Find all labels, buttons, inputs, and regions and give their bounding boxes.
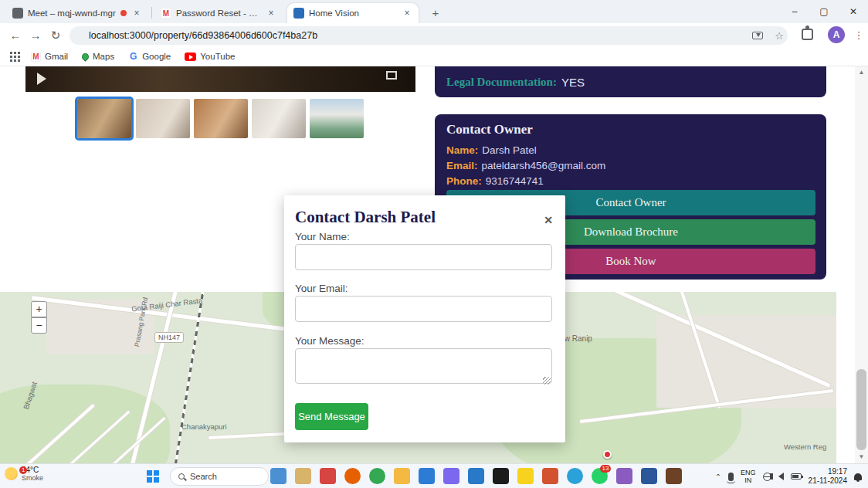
- your-message-label: Your Message:: [295, 335, 364, 347]
- bookmarks-bar: M Gmail Maps G Google YouTube: [0, 47, 868, 66]
- name-value: Darsh Patel: [482, 144, 537, 156]
- firefox-icon[interactable]: [344, 468, 361, 484]
- powerpoint-icon[interactable]: [542, 468, 558, 484]
- bookmark-google[interactable]: G Google: [128, 52, 171, 62]
- profile-avatar[interactable]: A: [828, 26, 845, 43]
- clock-time: 19:17: [809, 467, 847, 476]
- red-app-icon[interactable]: [320, 468, 336, 484]
- tab-home-vision[interactable]: Home Vision ×: [287, 3, 419, 23]
- purple-app-icon[interactable]: [443, 468, 459, 484]
- install-app-icon[interactable]: [752, 32, 763, 39]
- bookmark-star-icon[interactable]: ☆: [771, 30, 788, 42]
- battery-icon[interactable]: [791, 473, 802, 480]
- start-button[interactable]: [147, 470, 159, 483]
- outlook-icon[interactable]: [468, 468, 484, 484]
- tab-title: Password Reset - aeshabhavsar: [176, 8, 261, 18]
- gallery-thumbnail-5[interactable]: [310, 99, 364, 138]
- gallery-thumbnail-4[interactable]: [252, 99, 306, 138]
- scroll-up-icon[interactable]: ▲: [855, 66, 868, 79]
- legal-label: Legal Documentation:: [446, 76, 557, 89]
- send-message-button[interactable]: Send Message: [295, 403, 368, 430]
- new-tab-button[interactable]: +: [428, 5, 443, 21]
- language-indicator[interactable]: ENG IN: [741, 469, 756, 484]
- browser-menu-icon[interactable]: ⋮: [853, 26, 865, 45]
- whatsapp-icon[interactable]: 13: [592, 468, 608, 484]
- scroll-down-icon[interactable]: ▼: [855, 451, 868, 463]
- tab-password-reset[interactable]: M Password Reset - aeshabhavsar ×: [154, 3, 283, 23]
- tab-close-icon[interactable]: ×: [131, 8, 142, 19]
- gallery-thumbnail-1[interactable]: [77, 99, 131, 138]
- extensions-icon[interactable]: [802, 29, 813, 40]
- file-explorer-icon[interactable]: [295, 468, 311, 484]
- your-name-input[interactable]: [295, 244, 552, 270]
- map-marker[interactable]: [603, 450, 612, 459]
- tray-expand-icon[interactable]: ⌃: [715, 473, 721, 481]
- url-text[interactable]: localhost:3000/property/66d93864006d600c…: [89, 30, 752, 41]
- bookmark-label: Maps: [93, 52, 114, 61]
- tab-close-icon[interactable]: ×: [266, 8, 276, 19]
- drop-app-icon[interactable]: [666, 468, 682, 484]
- scrollbar-thumb[interactable]: [856, 369, 866, 450]
- property-hero-image[interactable]: [25, 66, 415, 92]
- map-zoom-out-button[interactable]: −: [31, 317, 47, 334]
- email-label: Email:: [446, 160, 478, 171]
- tab-close-icon[interactable]: ×: [402, 8, 412, 19]
- taskbar-clock[interactable]: 19:17 21-11-2024: [809, 467, 847, 486]
- your-email-label: Your Email:: [295, 283, 348, 294]
- forward-button[interactable]: →: [26, 26, 45, 45]
- weather-icon: 1: [5, 467, 18, 480]
- gallery-thumbnail-3[interactable]: [194, 99, 248, 138]
- apps-grid-icon[interactable]: [9, 51, 20, 62]
- notification-bell-icon[interactable]: [854, 473, 862, 480]
- region-code: IN: [741, 476, 756, 484]
- contact-modal: Contact Darsh Patel ✕ Your Name: Your Em…: [284, 195, 565, 442]
- volume-icon[interactable]: [778, 473, 784, 480]
- word-icon[interactable]: [641, 468, 657, 484]
- task-view-icon[interactable]: [270, 468, 287, 484]
- folder-icon[interactable]: [394, 468, 410, 484]
- your-email-input[interactable]: [295, 296, 552, 322]
- textarea-resize-grip[interactable]: [543, 377, 551, 385]
- microphone-icon[interactable]: [728, 473, 734, 481]
- chrome-icon[interactable]: [369, 468, 385, 484]
- gallery-thumbnail-2[interactable]: [136, 99, 190, 138]
- vscode-icon[interactable]: [419, 468, 435, 484]
- bookmark-label: Gmail: [45, 52, 68, 61]
- modal-title: Contact Darsh Patel: [295, 208, 436, 227]
- modal-close-icon[interactable]: ✕: [544, 214, 553, 226]
- clock-date: 21-11-2024: [809, 476, 847, 486]
- taskbar-icons: 13: [270, 468, 682, 484]
- legal-documentation-card: Legal Documentation: YES: [435, 66, 826, 97]
- meet-favicon-icon: [12, 8, 23, 19]
- map-zoom-in-button[interactable]: +: [31, 301, 47, 317]
- yellow-app-icon[interactable]: [517, 468, 534, 484]
- system-tray: ⌃ ENG IN 19:17 21-11-2024: [715, 464, 862, 488]
- owner-phone-row: Phone:9316744741: [446, 175, 815, 187]
- edge-icon[interactable]: [567, 468, 583, 484]
- l-app-icon[interactable]: [493, 468, 509, 484]
- bookmark-maps[interactable]: Maps: [82, 52, 114, 61]
- taskbar-search[interactable]: Search: [170, 467, 269, 486]
- page-scrollbar[interactable]: ▲ ▼: [855, 66, 868, 463]
- teams-icon[interactable]: [616, 468, 632, 484]
- address-bar[interactable]: localhost:3000/property/66d93864006d600c…: [70, 26, 788, 45]
- tab-meet[interactable]: Meet – mqj-wwnd-mgr ×: [6, 3, 148, 23]
- bookmark-gmail[interactable]: M Gmail: [31, 52, 68, 62]
- home-vision-favicon-icon: [293, 8, 304, 19]
- fullscreen-icon[interactable]: [386, 71, 397, 80]
- back-button[interactable]: ←: [6, 26, 25, 45]
- window-minimize-button[interactable]: –: [780, 0, 809, 23]
- youtube-icon: [185, 53, 196, 61]
- map-label-nh147: NH147: [154, 332, 184, 343]
- legal-value: YES: [561, 76, 585, 89]
- bookmark-youtube[interactable]: YouTube: [185, 52, 235, 61]
- windows-taskbar: 1 24°C Smoke Search: [0, 463, 868, 488]
- map-label: Western Reg: [784, 442, 826, 451]
- play-icon[interactable]: [37, 73, 46, 85]
- contact-owner-heading: Contact Owner: [446, 122, 815, 137]
- reload-button[interactable]: ↻: [46, 26, 65, 45]
- window-maximize-button[interactable]: ▢: [809, 0, 839, 23]
- your-message-textarea[interactable]: [295, 348, 552, 384]
- window-close-button[interactable]: ✕: [839, 0, 868, 23]
- taskbar-weather[interactable]: 1 24°C Smoke: [5, 466, 43, 482]
